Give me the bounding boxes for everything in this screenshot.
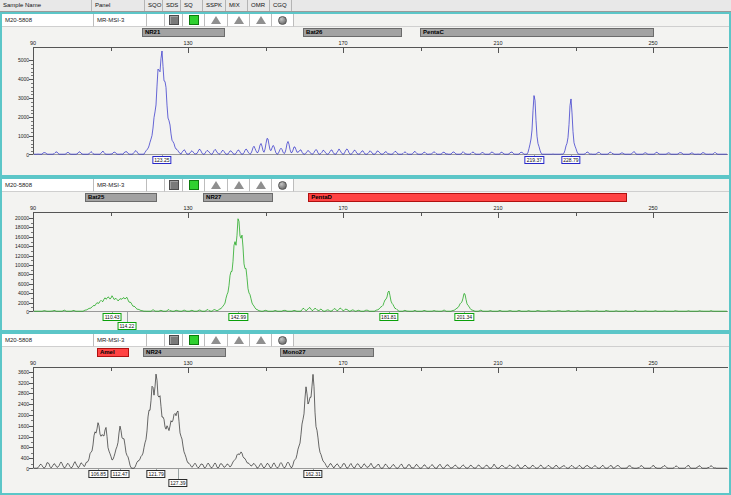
- electropherogram-plot[interactable]: 500040003000200010000: [2, 47, 729, 155]
- peak-size-label[interactable]: 121.79: [147, 470, 166, 478]
- y-tick-label: 1200: [2, 434, 29, 440]
- sample-row[interactable]: M20-5808MR-MSI-3: [2, 14, 729, 27]
- marker-strip: Bat25NR27PentaD: [2, 192, 729, 205]
- y-tick-label: 800: [2, 444, 29, 450]
- sample-name-cell[interactable]: M20-5808: [2, 14, 94, 27]
- x-tick-label: 250: [648, 205, 657, 212]
- marker-bar-bat26[interactable]: Bat26: [303, 28, 402, 37]
- y-tick-label: 2000: [2, 114, 29, 120]
- y-tick-label: 2800: [2, 390, 29, 396]
- peak-size-label[interactable]: 123.25: [152, 156, 171, 164]
- y-tick-label: 16000: [2, 234, 29, 240]
- peak-size-label[interactable]: 181.81: [379, 313, 398, 321]
- peak-size-label[interactable]: 127.39: [168, 479, 187, 487]
- table-header-row: Sample Name Panel SQO SDS SQ SSPK MIX OM…: [0, 0, 731, 12]
- peak-size-label[interactable]: 110.43: [103, 313, 122, 321]
- column-header-sq: SQ: [181, 0, 203, 11]
- y-tick-label: 3600: [2, 369, 29, 375]
- marker-bar-pentad[interactable]: PentaD: [308, 193, 627, 202]
- dark-square-icon: [169, 335, 179, 345]
- y-tick-label: 18000: [2, 224, 29, 230]
- panel-name-cell[interactable]: MR-MSI-3: [94, 14, 147, 27]
- sample-panel-3: M20-5808MR-MSI-3AmelNR24Mono279013017021…: [0, 332, 731, 495]
- y-tick-label: 14000: [2, 243, 29, 249]
- sample-panel-2: M20-5808MR-MSI-3Bat25NR27PentaD901301702…: [0, 177, 731, 332]
- flag-cell-mix[interactable]: [228, 14, 250, 27]
- flag-cell-sspk[interactable]: [205, 334, 228, 347]
- peak-size-label[interactable]: 114.22: [117, 322, 136, 330]
- electropherogram-trace: [34, 374, 727, 468]
- flag-cell-sspk[interactable]: [205, 14, 228, 27]
- peak-size-label[interactable]: 162.31: [304, 470, 323, 478]
- flag-cell-sds[interactable]: [165, 14, 183, 27]
- panel-name-cell[interactable]: MR-MSI-3: [94, 179, 147, 192]
- y-tick-label: 20000: [2, 215, 29, 221]
- flag-cell-cgq[interactable]: [272, 334, 294, 347]
- sample-row[interactable]: M20-5808MR-MSI-3: [2, 334, 729, 347]
- x-tick-label: 210: [493, 360, 502, 367]
- gray-triangle-icon: [211, 181, 221, 189]
- flag-cell-mix[interactable]: [228, 179, 250, 192]
- marker-bar-amel[interactable]: Amel: [97, 348, 129, 357]
- panel-name-cell[interactable]: MR-MSI-3: [94, 334, 147, 347]
- sample-name-cell[interactable]: M20-5808: [2, 179, 94, 192]
- y-tick-label: 3000: [2, 95, 29, 101]
- column-header-panel: Panel: [92, 0, 145, 11]
- green-square-icon: [189, 335, 199, 345]
- x-tick-label: 250: [648, 40, 657, 47]
- flag-cell-mix[interactable]: [228, 334, 250, 347]
- peak-size-label[interactable]: 219.37: [525, 156, 544, 164]
- flag-cell-cgq[interactable]: [272, 14, 294, 27]
- peak-size-label[interactable]: 112.47: [111, 470, 130, 478]
- flag-cell-sq[interactable]: [183, 179, 205, 192]
- electropherogram-trace: [34, 219, 727, 311]
- y-tick-label: 400: [2, 455, 29, 461]
- flag-cell-omr[interactable]: [250, 334, 272, 347]
- y-tick-label: 4000: [2, 76, 29, 82]
- flag-cell-sqo[interactable]: [147, 14, 165, 27]
- y-tick-label: 1600: [2, 423, 29, 429]
- peak-size-label[interactable]: 106.85: [89, 470, 108, 478]
- flag-cell-sqo[interactable]: [147, 179, 165, 192]
- flag-cell-sspk[interactable]: [205, 179, 228, 192]
- y-tick-label: 1000: [2, 133, 29, 139]
- flag-cell-sqo[interactable]: [147, 334, 165, 347]
- flag-cell-cgq[interactable]: [272, 179, 294, 192]
- y-tick-label: 2400: [2, 401, 29, 407]
- allele-labels-strip: 123.25219.37228.79: [2, 155, 729, 175]
- flag-cell-sds[interactable]: [165, 179, 183, 192]
- electropherogram-plot[interactable]: 2000018000160001400012000100008000600040…: [2, 212, 729, 312]
- sample-row-filler: [294, 14, 729, 27]
- peak-size-label[interactable]: 201.34: [455, 313, 474, 321]
- marker-bar-nr21[interactable]: NR21: [142, 28, 225, 37]
- marker-bar-nr27[interactable]: NR27: [203, 193, 273, 202]
- peak-size-label[interactable]: 142.99: [229, 313, 248, 321]
- sample-row[interactable]: M20-5808MR-MSI-3: [2, 179, 729, 192]
- electropherogram-plot[interactable]: 36003200280024002000160012008004000: [2, 367, 729, 469]
- column-header-mix: MIX: [226, 0, 248, 11]
- x-tick-label: 90: [30, 40, 36, 47]
- flag-cell-sq[interactable]: [183, 14, 205, 27]
- x-tick-label: 210: [493, 40, 502, 47]
- green-square-icon: [189, 15, 199, 25]
- allele-connector-line: [178, 469, 179, 479]
- sample-row-filler: [294, 179, 729, 192]
- peak-size-label[interactable]: 228.79: [561, 156, 580, 164]
- marker-bar-bat25[interactable]: Bat25: [85, 193, 157, 202]
- flag-cell-sds[interactable]: [165, 334, 183, 347]
- sample-name-cell[interactable]: M20-5808: [2, 334, 94, 347]
- column-header-omr: OMR: [248, 0, 270, 11]
- marker-bar-mono27[interactable]: Mono27: [280, 348, 374, 357]
- marker-bar-pentac[interactable]: PentaC: [420, 28, 654, 37]
- flag-cell-sq[interactable]: [183, 334, 205, 347]
- green-square-icon: [189, 180, 199, 190]
- flag-cell-omr[interactable]: [250, 179, 272, 192]
- gray-triangle-icon: [256, 16, 266, 24]
- x-tick-label: 90: [30, 360, 36, 367]
- flag-cell-omr[interactable]: [250, 14, 272, 27]
- y-tick-label: 12000: [2, 253, 29, 259]
- y-tick-label: 10000: [2, 262, 29, 268]
- allele-connector-line: [127, 312, 128, 322]
- y-tick-label: 2000: [2, 412, 29, 418]
- marker-bar-nr24[interactable]: NR24: [143, 348, 226, 357]
